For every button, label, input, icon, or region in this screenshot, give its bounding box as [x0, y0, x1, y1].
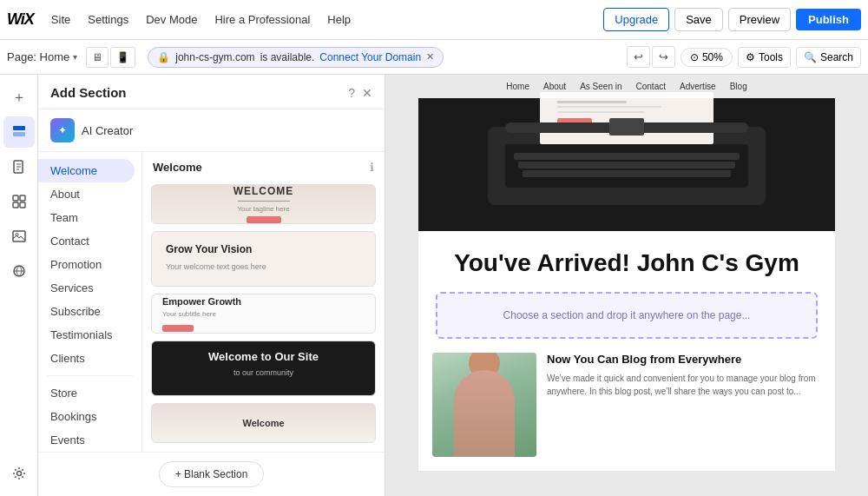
nav-item-promotion[interactable]: Promotion	[38, 253, 141, 276]
nav-item-clients[interactable]: Clients	[38, 347, 141, 370]
publish-button[interactable]: Publish	[796, 9, 861, 30]
page-label[interactable]: Page: Home ▾	[7, 50, 77, 63]
nav-group-main: Welcome About Team Contact Promotion Ser…	[38, 159, 141, 370]
domain-available-text: is available.	[260, 51, 315, 63]
redo-button[interactable]: ↪	[652, 46, 675, 68]
preview-button[interactable]: Preview	[728, 8, 791, 31]
person-image	[432, 353, 536, 457]
panel-close-icon[interactable]: ✕	[362, 86, 372, 100]
upgrade-button[interactable]: Upgrade	[603, 8, 669, 31]
device-icons: 🖥 📱	[86, 47, 135, 68]
undo-button[interactable]: ↩	[627, 46, 650, 68]
page-dropdown-icon: ▾	[73, 52, 77, 62]
secondbar: Page: Home ▾ 🖥 📱 🔒 john-cs-gym.com is av…	[0, 40, 868, 75]
nav-item-contact[interactable]: Contact	[38, 229, 141, 253]
template1-title: WELCOME	[233, 185, 294, 197]
nav-item-bookings[interactable]: Bookings	[38, 405, 141, 428]
ai-creator-icon: ✦	[50, 118, 75, 142]
pages-icon-btn[interactable]	[3, 151, 35, 182]
template-card-5[interactable]: Welcome	[151, 403, 376, 443]
connect-domain-link[interactable]: Connect Your Domain	[319, 51, 421, 63]
svg-rect-19	[518, 162, 735, 169]
template4-subtitle: to our community	[233, 368, 293, 377]
main-layout: ＋	[0, 75, 868, 496]
media-icon-btn[interactable]	[3, 221, 35, 252]
nav-site[interactable]: Site	[44, 10, 77, 30]
panel-help-icon[interactable]: ?	[348, 86, 355, 100]
svg-rect-18	[514, 153, 740, 160]
panel-title: Add Section	[50, 85, 127, 100]
template3-text: Your subtitle here	[162, 310, 312, 318]
domain-pill: 🔒 john-cs-gym.com is available. Connect …	[148, 47, 444, 68]
site-nav-about[interactable]: About	[543, 82, 566, 91]
site-nav-contact[interactable]: Contact	[636, 82, 666, 91]
nav-help[interactable]: Help	[320, 10, 358, 30]
domain-close-icon[interactable]: ✕	[426, 51, 434, 63]
drop-zone[interactable]: Choose a section and drop it anywhere on…	[436, 292, 818, 339]
svg-rect-8	[13, 202, 18, 208]
template-card-2[interactable]: Grow Your Vision Your welcome text goes …	[151, 231, 376, 288]
undo-redo-controls: ↩ ↪	[627, 46, 675, 68]
templates-info-icon[interactable]: ℹ	[370, 161, 374, 174]
mobile-view-button[interactable]: 📱	[110, 47, 135, 68]
tools-icon: ⚙	[746, 51, 755, 63]
nav-item-testimonials[interactable]: Testimonials	[38, 323, 141, 347]
settings-icon-btn[interactable]	[3, 458, 35, 489]
domain-name: john-cs-gym.com	[175, 51, 254, 63]
panel-header: Add Section ? ✕	[38, 75, 385, 109]
nav-item-about[interactable]: About	[38, 182, 141, 206]
svg-rect-9	[20, 202, 25, 208]
nav-item-team[interactable]: Team	[38, 206, 141, 229]
template-card-4[interactable]: Welcome to Our Site to our community	[151, 341, 376, 397]
svg-rect-23	[557, 106, 661, 108]
template5-title: Welcome	[242, 418, 284, 428]
svg-rect-22	[557, 101, 627, 103]
nav-item-welcome[interactable]: Welcome	[38, 159, 135, 182]
search-button[interactable]: 🔍 Search	[796, 47, 861, 68]
blog-image	[432, 353, 536, 457]
nav-item-subscribe[interactable]: Subscribe	[38, 300, 141, 323]
canvas-scrollable[interactable]: Home About As Seen in Contact Advertise …	[385, 75, 868, 496]
page-name: Page: Home	[7, 50, 69, 63]
template-card-1[interactable]: WELCOME Your tagline here	[151, 184, 376, 224]
svg-rect-1	[13, 132, 25, 136]
blog-section: Now You Can Blog from Everywhere We've m…	[418, 353, 835, 471]
desktop-view-button[interactable]: 🖥	[86, 47, 108, 68]
nav-settings[interactable]: Settings	[81, 10, 135, 30]
sections-icon-btn[interactable]	[3, 116, 35, 148]
save-button[interactable]: Save	[674, 8, 723, 31]
zoom-control[interactable]: ⊙ 50%	[681, 48, 733, 67]
template3-title: Empower Growth	[162, 296, 312, 307]
apps-icon-btn[interactable]	[3, 255, 35, 287]
canvas-area: Home About As Seen in Contact Advertise …	[385, 75, 868, 496]
nav-item-store[interactable]: Store	[38, 381, 141, 405]
svg-rect-10	[13, 231, 25, 241]
blog-title: Now You Can Blog from Everywhere	[547, 353, 821, 367]
template1-subtitle: Your tagline here	[237, 205, 289, 213]
nav-item-services[interactable]: Services	[38, 276, 141, 300]
template3-cta	[162, 325, 194, 332]
templates-area: Welcome ℹ WELCOME Your tagline here Grow…	[142, 152, 385, 452]
person-body	[454, 370, 515, 457]
nav-dev-mode[interactable]: Dev Mode	[139, 10, 204, 30]
template3-left: Empower Growth Your subtitle here	[152, 294, 323, 334]
nav-item-events[interactable]: Events	[38, 428, 141, 452]
templates-title: Welcome	[153, 161, 202, 174]
site-nav-blog[interactable]: Blog	[730, 82, 747, 91]
svg-rect-7	[20, 195, 25, 201]
elements-icon-btn[interactable]	[3, 186, 35, 217]
ai-creator-row[interactable]: ✦ AI Creator	[38, 109, 385, 152]
blank-section-button[interactable]: + Blank Section	[159, 461, 265, 487]
template-card-3[interactable]: Empower Growth Your subtitle here	[151, 294, 376, 334]
site-nav-advertise[interactable]: Advertise	[680, 82, 716, 91]
tools-button[interactable]: ⚙ Tools	[738, 47, 791, 68]
site-nav-home[interactable]: Home	[506, 82, 529, 91]
nav-hire[interactable]: Hire a Professional	[207, 10, 317, 30]
panel-body: Welcome About Team Contact Promotion Ser…	[38, 152, 385, 452]
site-navigation: Home About As Seen in Contact Advertise …	[418, 75, 835, 98]
blog-content: Now You Can Blog from Everywhere We've m…	[547, 353, 821, 399]
wix-logo: WiX	[7, 10, 34, 29]
add-section-icon-btn[interactable]: ＋	[3, 82, 35, 113]
site-nav-as-seen-in[interactable]: As Seen in	[580, 82, 621, 91]
template1-line	[238, 201, 290, 202]
